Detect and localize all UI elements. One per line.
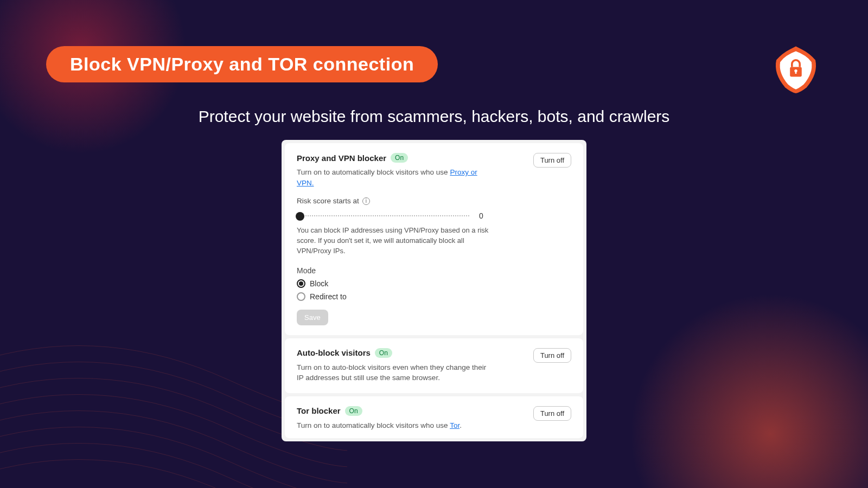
turn-off-button[interactable]: Turn off <box>533 348 571 363</box>
bg-glow-bottom-right <box>629 293 868 488</box>
autoblock-card: Auto-block visitors On Turn on to auto-b… <box>285 338 583 393</box>
turn-off-button[interactable]: Turn off <box>533 406 571 421</box>
risk-score-value: 0 <box>479 211 483 220</box>
settings-panel: Proxy and VPN blocker On Turn on to auto… <box>282 140 586 441</box>
mode-radio-block[interactable]: Block <box>297 279 571 288</box>
page-subtitle: Protect your website from scammers, hack… <box>0 107 868 126</box>
proxy-desc-prefix: Turn on to automatically block visitors … <box>297 168 450 176</box>
tor-link[interactable]: Tor <box>450 421 459 429</box>
proxy-card-title: Proxy and VPN blocker <box>297 153 386 163</box>
mode-radio-redirect[interactable]: Redirect to <box>297 292 571 301</box>
status-badge-on: On <box>375 348 392 358</box>
page-title-badge: Block VPN/Proxy and TOR connection <box>46 46 438 82</box>
tor-card: Tor blocker On Turn on to automatically … <box>285 396 583 439</box>
page-title: Block VPN/Proxy and TOR connection <box>70 54 414 74</box>
save-button[interactable]: Save <box>297 310 328 325</box>
status-badge-on: On <box>345 406 362 416</box>
status-badge-on: On <box>391 153 408 163</box>
risk-score-label: Risk score starts at i <box>297 197 571 205</box>
mode-redirect-label: Redirect to <box>310 292 347 301</box>
radio-icon <box>297 279 305 288</box>
tor-desc-prefix: Turn on to automatically block visitors … <box>297 421 450 429</box>
mode-radio-group: Block Redirect to <box>297 279 571 301</box>
tor-desc-suffix: . <box>459 421 462 429</box>
risk-score-label-text: Risk score starts at <box>297 197 359 205</box>
mode-label: Mode <box>297 266 571 275</box>
mode-block-label: Block <box>310 279 328 288</box>
tor-card-description: Turn on to automatically block visitors … <box>297 420 492 431</box>
radio-icon <box>297 292 305 301</box>
svg-rect-2 <box>795 71 797 74</box>
risk-score-help-text: You can block IP addresses using VPN/Pro… <box>297 226 492 256</box>
autoblock-card-description: Turn on to auto-block visitors even when… <box>297 362 492 383</box>
slider-thumb[interactable] <box>296 212 304 221</box>
proxy-vpn-card: Proxy and VPN blocker On Turn on to auto… <box>285 143 583 335</box>
info-icon[interactable]: i <box>362 197 370 205</box>
risk-score-slider[interactable] <box>297 215 469 216</box>
turn-off-button[interactable]: Turn off <box>533 153 571 168</box>
proxy-card-description: Turn on to automatically block visitors … <box>297 167 492 188</box>
tor-card-title: Tor blocker <box>297 406 341 415</box>
autoblock-card-title: Auto-block visitors <box>297 348 371 357</box>
shield-lock-icon <box>771 44 820 93</box>
